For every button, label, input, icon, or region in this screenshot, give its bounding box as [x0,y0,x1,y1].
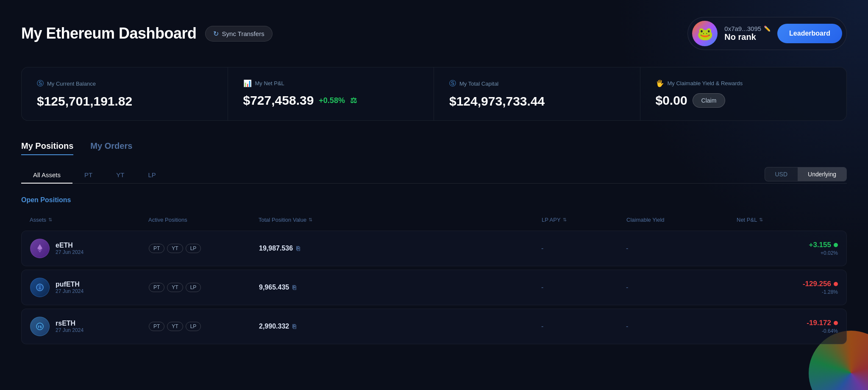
balance-value: $125,701,191.82 [37,94,212,109]
sort-assets-icon[interactable]: ⇅ [48,217,52,223]
filter-tabs: All Assets PT YT LP USD Underlying [21,167,847,184]
stat-label-balance: Ⓢ My Current Balance [37,79,212,88]
sort-pnl-icon[interactable]: ⇅ [759,217,763,223]
pnl-dot-red [834,321,838,325]
filter-tabs-left: All Assets PT YT LP [21,167,168,183]
stat-card-capital: Ⓢ My Total Capital $124,973,733.44 [434,67,640,120]
tag-pt[interactable]: PT [149,322,164,331]
rseth-logo: rs [30,317,50,336]
pufeth-info: pufETH 27 Jun 2024 [56,281,83,294]
tag-lp[interactable]: LP [186,283,201,292]
copy-icon[interactable]: ⎘ [296,245,300,252]
profile-info: 0x7a9...3095 ✏️ No rank [724,25,771,42]
rseth-lp-apy: - [541,323,626,330]
eeth-logo [30,239,50,258]
filter-tab-pt[interactable]: PT [72,167,104,184]
currency-usd[interactable]: USD [765,167,798,181]
table-row: rs rsETH 27 Jun 2024 PT YT LP 2,990.332 … [21,309,847,344]
filter-tab-all[interactable]: All Assets [21,167,72,184]
pnl-change: +0.58% [319,96,345,105]
filter-tab-yt[interactable]: YT [104,167,136,184]
rank-label: No rank [724,32,771,42]
rseth-value: 2,990.332 ⎘ [259,323,541,330]
tag-yt[interactable]: YT [167,322,183,331]
rseth-yield: - [626,323,736,330]
avatar: 🐸 [692,21,718,46]
pufeth-value: 9,965.435 ⎘ [259,284,541,291]
pnl-checkmark-icon: ⚖ [350,96,357,105]
yield-value: $0.00 Claim [656,93,832,108]
currency-underlying[interactable]: Underlying [798,167,846,181]
rseth-pnl: -19.172 -0.64% [736,319,838,334]
profile-card: 🐸 0x7a9...3095 ✏️ No rank Leaderboard [687,17,847,50]
pufeth-tags: PT YT LP [149,283,259,292]
pufeth-logo: Ξ [30,278,50,297]
eeth-info: eETH 27 Jun 2024 [56,242,83,255]
sync-button[interactable]: ↻ Sync Transfers [205,26,273,42]
pnl-icon: 📊 [243,79,252,87]
wallet-address-text: 0x7a9...3095 [724,25,761,32]
tag-yt[interactable]: YT [167,244,183,253]
eeth-tags: PT YT LP [149,244,259,253]
table-row: eETH 27 Jun 2024 PT YT LP 19,987.536 ⎘ -… [21,231,847,266]
stat-card-pnl: 📊 My Net P&L $727,458.39 +0.58% ⚖ [228,67,434,120]
col-claimable-yield: Claimable Yield [626,217,737,223]
tag-pt[interactable]: PT [149,283,164,292]
sort-value-icon[interactable]: ⇅ [309,217,312,223]
edit-icon[interactable]: ✏️ [764,25,771,32]
asset-pufeth: Ξ pufETH 27 Jun 2024 [30,278,149,297]
rseth-tags: PT YT LP [149,322,259,331]
table-row: Ξ pufETH 27 Jun 2024 PT YT LP 9,965.435 … [21,270,847,305]
col-net-pnl: Net P&L ⇅ [737,217,838,223]
pnl-dot-green [834,243,838,247]
page-title: My Ethereum Dashboard [21,25,197,42]
rseth-info: rsETH 27 Jun 2024 [56,320,83,333]
svg-text:rs: rs [38,324,42,329]
filter-tab-lp[interactable]: LP [136,167,167,184]
tab-orders[interactable]: My Orders [90,138,132,155]
sync-icon: ↻ [213,30,219,38]
copy-icon[interactable]: ⎘ [292,284,296,291]
sort-lpapy-icon[interactable]: ⇅ [563,217,567,223]
stat-card-yield: 🖐 My Claimable Yield & Rewards $0.00 Cla… [640,67,847,120]
tag-yt[interactable]: YT [167,283,183,292]
stat-card-balance: Ⓢ My Current Balance $125,701,191.82 [22,67,228,120]
tabs-section: My Positions My Orders All Assets PT YT … [21,138,847,184]
open-positions-title: Open Positions [21,196,847,204]
col-active-positions: Active Positions [148,217,259,223]
asset-rseth: rs rsETH 27 Jun 2024 [30,317,149,336]
eeth-pnl: +3.155 +0.02% [736,241,838,256]
wallet-address-row: 0x7a9...3095 ✏️ [724,25,771,32]
col-assets: Assets ⇅ [30,217,148,223]
pufeth-yield: - [626,284,736,291]
claim-button[interactable]: Claim [693,93,726,108]
eeth-lp-apy: - [541,245,626,252]
stat-label-capital: Ⓢ My Total Capital [449,79,625,88]
leaderboard-button[interactable]: Leaderboard [777,24,842,43]
stat-label-yield: 🖐 My Claimable Yield & Rewards [656,79,832,87]
yield-icon: 🖐 [656,79,664,87]
stat-label-pnl: 📊 My Net P&L [243,79,419,87]
main-tabs: My Positions My Orders [21,138,847,155]
capital-icon: Ⓢ [449,79,456,88]
pufeth-pnl: -129.256 -1.28% [736,280,838,295]
eeth-value: 19,987.536 ⎘ [259,245,541,252]
currency-toggle: USD Underlying [765,167,847,181]
header: My Ethereum Dashboard ↻ Sync Transfers 🐸… [21,17,847,50]
pufeth-lp-apy: - [541,284,626,291]
header-left: My Ethereum Dashboard ↻ Sync Transfers [21,25,273,42]
table-header: Assets ⇅ Active Positions Total Position… [21,212,847,227]
stats-row: Ⓢ My Current Balance $125,701,191.82 📊 M… [21,67,847,121]
pnl-dot-red [834,282,838,286]
positions-table: Assets ⇅ Active Positions Total Position… [21,212,847,344]
copy-icon[interactable]: ⎘ [292,323,296,330]
tag-pt[interactable]: PT [149,244,164,253]
tag-lp[interactable]: LP [186,244,201,253]
tab-positions[interactable]: My Positions [21,138,73,155]
capital-value: $124,973,733.44 [449,94,625,109]
asset-eeth: eETH 27 Jun 2024 [30,239,149,258]
eeth-yield: - [626,245,736,252]
col-lp-apy: LP APY ⇅ [542,217,626,223]
balance-icon: Ⓢ [37,79,44,88]
tag-lp[interactable]: LP [186,322,201,331]
